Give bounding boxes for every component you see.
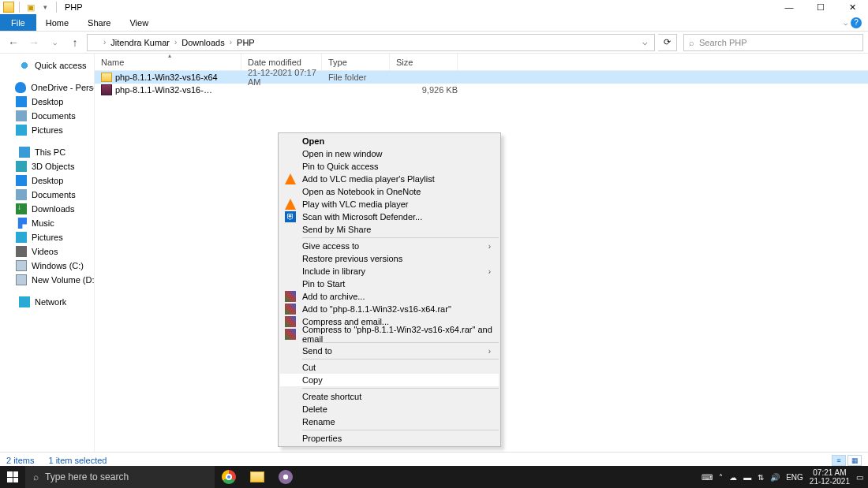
sidebar-item-documents[interactable]: Documents bbox=[3, 188, 91, 202]
up-button[interactable]: ↑ bbox=[66, 34, 84, 51]
window-title: PHP bbox=[65, 2, 83, 12]
taskbar-chrome[interactable] bbox=[215, 466, 243, 488]
taskbar-paint[interactable] bbox=[271, 466, 300, 488]
minimize-button[interactable]: — bbox=[773, 0, 805, 14]
sidebar-item-desktop[interactable]: Desktop bbox=[3, 173, 91, 188]
ctx-pin-quick-access[interactable]: Pin to Quick access bbox=[280, 160, 499, 173]
ctx-pin-start[interactable]: Pin to Start bbox=[280, 278, 499, 290]
ctx-defender[interactable]: ⛨Scan with Microsoft Defender... bbox=[280, 210, 499, 223]
windows-icon bbox=[7, 471, 18, 482]
tray-volume-icon[interactable]: 🔊 bbox=[770, 473, 780, 482]
ctx-compress-to-email[interactable]: Compress to "php-8.1.1-Win32-vs16-x64.ra… bbox=[280, 328, 499, 341]
recent-dropdown-icon[interactable]: ⌵ bbox=[46, 34, 63, 51]
ctx-properties[interactable]: Properties bbox=[280, 432, 499, 445]
ctx-add-to-rar[interactable]: Add to "php-8.1.1-Win32-vs16-x64.rar" bbox=[280, 303, 499, 315]
tab-file[interactable]: File bbox=[0, 14, 36, 31]
refresh-button[interactable]: ⟳ bbox=[658, 34, 677, 51]
ribbon-expand-icon[interactable]: ⌵ bbox=[844, 19, 847, 27]
sidebar-item-music[interactable]: Music bbox=[3, 216, 91, 230]
ctx-rename[interactable]: Rename bbox=[280, 415, 499, 428]
address-dropdown-icon[interactable]: ⌵ bbox=[638, 37, 653, 47]
sidebar-item-desktop[interactable]: Desktop bbox=[3, 95, 91, 109]
view-large-icons-button[interactable]: ▦ bbox=[847, 455, 862, 466]
context-menu: Open Open in new window Pin to Quick acc… bbox=[278, 132, 501, 447]
ctx-delete[interactable]: Delete bbox=[280, 403, 499, 415]
sidebar-item-3dobjects[interactable]: 3D Objects bbox=[3, 159, 91, 173]
tab-home[interactable]: Home bbox=[36, 14, 78, 31]
documents-icon bbox=[16, 110, 27, 121]
sidebar-item-drive-c[interactable]: Windows (C:) bbox=[3, 259, 91, 273]
ctx-open[interactable]: Open bbox=[280, 135, 499, 147]
status-item-count: 2 items bbox=[6, 456, 34, 465]
table-row[interactable]: php-8.1.1-Win32-vs16-… 9,926 KB bbox=[95, 84, 868, 96]
chevron-right-icon: › bbox=[488, 267, 491, 276]
taskbar-search[interactable]: ⌕ Type here to search bbox=[25, 466, 215, 488]
disk-icon bbox=[16, 260, 27, 271]
ctx-add-archive[interactable]: Add to archive... bbox=[280, 290, 499, 303]
maximize-button[interactable]: ☐ bbox=[805, 0, 836, 14]
sidebar-item-pictures[interactable]: Pictures bbox=[3, 230, 91, 244]
forward-button[interactable]: → bbox=[25, 34, 43, 51]
sidebar-item-pictures[interactable]: Pictures bbox=[3, 123, 91, 137]
view-details-button[interactable]: ≡ bbox=[832, 455, 846, 466]
start-button[interactable] bbox=[0, 466, 25, 488]
desktop-icon bbox=[16, 96, 27, 107]
breadcrumb[interactable]: PHP bbox=[235, 38, 256, 47]
sidebar-item-this-pc[interactable]: This PC bbox=[3, 145, 91, 159]
close-button[interactable]: ✕ bbox=[836, 0, 868, 14]
ctx-copy[interactable]: Copy bbox=[280, 374, 499, 386]
sidebar-item-documents[interactable]: Documents bbox=[3, 109, 91, 123]
back-button[interactable]: ← bbox=[5, 34, 22, 51]
sidebar-item-quick-access[interactable]: Quick access bbox=[3, 58, 91, 73]
palette-icon bbox=[279, 470, 293, 484]
taskbar: ⌕ Type here to search ⌨ ˄ ☁ ▬ ⇅ 🔊 ENG 07… bbox=[0, 466, 868, 488]
column-name[interactable]: Name▴ bbox=[95, 54, 241, 70]
tray-battery-icon[interactable]: ▬ bbox=[743, 473, 751, 482]
breadcrumb[interactable]: Jitendra Kumar bbox=[109, 38, 171, 47]
column-headers: Name▴ Date modified Type Size bbox=[95, 54, 868, 71]
qat-checkmark-icon[interactable]: ▣ bbox=[24, 1, 37, 13]
ctx-send-to[interactable]: Send to› bbox=[280, 345, 499, 357]
music-icon bbox=[16, 218, 27, 229]
ctx-onenote[interactable]: Open as Notebook in OneNote bbox=[280, 185, 499, 198]
status-bar: 2 items 1 item selected ≡ ▦ bbox=[0, 452, 868, 468]
search-input[interactable]: ⌕ Search PHP bbox=[683, 34, 863, 51]
folder-icon bbox=[89, 38, 100, 47]
tab-view[interactable]: View bbox=[120, 14, 158, 31]
sidebar-item-onedrive[interactable]: OneDrive - Personal bbox=[3, 80, 91, 95]
ctx-give-access[interactable]: Give access to› bbox=[280, 240, 499, 252]
table-row[interactable]: php-8.1.1-Win32-vs16-x64 21-12-2021 07:1… bbox=[95, 71, 868, 84]
tray-language[interactable]: ENG bbox=[786, 473, 803, 482]
ctx-mi-share[interactable]: Send by Mi Share bbox=[280, 223, 499, 236]
ctx-restore-versions[interactable]: Restore previous versions bbox=[280, 252, 499, 265]
ctx-cut[interactable]: Cut bbox=[280, 361, 499, 374]
ctx-open-new-window[interactable]: Open in new window bbox=[280, 147, 499, 160]
column-size[interactable]: Size bbox=[390, 54, 458, 70]
taskbar-explorer[interactable] bbox=[243, 466, 271, 488]
ctx-create-shortcut[interactable]: Create shortcut bbox=[280, 390, 499, 403]
tray-onedrive-icon[interactable]: ☁ bbox=[729, 473, 737, 482]
help-icon[interactable]: ? bbox=[851, 17, 862, 28]
pictures-icon bbox=[16, 232, 27, 243]
tray-keyboard-icon[interactable]: ⌨ bbox=[702, 473, 713, 482]
sidebar-item-downloads[interactable]: Downloads bbox=[3, 202, 91, 216]
ctx-include-library[interactable]: Include in library› bbox=[280, 265, 499, 278]
videos-icon bbox=[16, 246, 27, 257]
column-type[interactable]: Type bbox=[322, 54, 390, 70]
tray-wifi-icon[interactable]: ⇅ bbox=[758, 473, 764, 482]
ctx-vlc-add[interactable]: Add to VLC media player's Playlist bbox=[280, 173, 499, 185]
sidebar-item-drive-d[interactable]: New Volume (D:) bbox=[3, 273, 91, 287]
sidebar-item-network[interactable]: Network bbox=[3, 295, 91, 309]
folder-icon bbox=[250, 471, 264, 482]
sort-asc-icon: ▴ bbox=[168, 52, 171, 59]
breadcrumb[interactable]: Downloads bbox=[180, 38, 226, 47]
pictures-icon bbox=[16, 125, 27, 136]
tray-chevron-up-icon[interactable]: ˄ bbox=[719, 473, 723, 482]
address-bar[interactable]: › Jitendra Kumar › Downloads › PHP ⌵ bbox=[87, 34, 655, 51]
tray-notifications-icon[interactable]: ▭ bbox=[856, 473, 863, 482]
ctx-vlc-play[interactable]: Play with VLC media player bbox=[280, 198, 499, 210]
qat-dropdown-icon[interactable]: ▾ bbox=[39, 1, 51, 13]
tray-clock[interactable]: 07:21 AM 21-12-2021 bbox=[810, 468, 850, 486]
tab-share[interactable]: Share bbox=[78, 14, 120, 31]
sidebar-item-videos[interactable]: Videos bbox=[3, 244, 91, 259]
